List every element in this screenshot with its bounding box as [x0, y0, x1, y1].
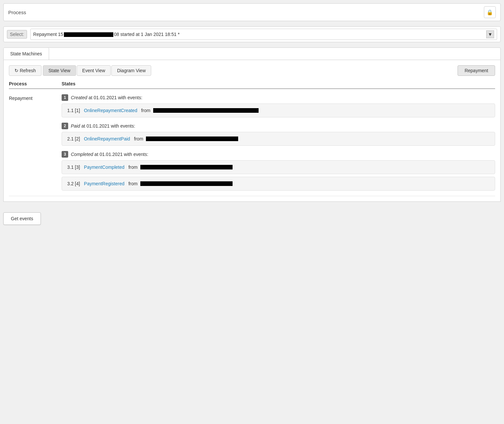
- event-from: from: [134, 136, 143, 141]
- state-heading: 3Completed at 01.01.2021 with events:: [62, 151, 495, 158]
- refresh-button[interactable]: ↻ Refresh: [9, 65, 42, 76]
- lock-button[interactable]: 🔒: [484, 6, 496, 18]
- select-dropdown[interactable]: Repayment 1508 started at 1 Jan 2021 18:…: [30, 29, 497, 40]
- diagram-view-button[interactable]: Diagram View: [111, 65, 151, 76]
- state-heading: 1Created at 01.01.2021 with events:: [62, 94, 495, 101]
- state-title: Created at 01.01.2021 with events:: [71, 95, 142, 100]
- event-link[interactable]: OnlineRepaymentPaid: [84, 136, 130, 141]
- select-row: Select: Repayment 1508 started at 1 Jan …: [3, 26, 501, 42]
- dropdown-arrow-icon[interactable]: ▼: [486, 30, 494, 38]
- event-link[interactable]: PaymentCompleted: [84, 165, 125, 170]
- event-number: 2.1 [2]: [67, 136, 80, 141]
- state-badge: 3: [62, 151, 68, 158]
- event-link[interactable]: OnlineRepaymentCreated: [84, 108, 137, 113]
- state-group: 1Created at 01.01.2021 with events:1.1 […: [62, 94, 495, 117]
- state-badge: 1: [62, 94, 68, 101]
- toolbar: ↻ Refresh State View Event View Diagram …: [9, 65, 495, 76]
- event-from: from: [141, 108, 151, 113]
- event-number: 3.1 [3]: [67, 165, 80, 170]
- process-name: Repayment: [9, 94, 62, 101]
- event-card: 3.1 [3] PaymentCompleted from: [62, 160, 495, 174]
- state-title: Paid at 01.01.2021 with events:: [71, 123, 135, 129]
- event-card: 2.1 [2] OnlineRepaymentPaid from: [62, 132, 495, 146]
- rows-container: Repayment1Created at 01.01.2021 with eve…: [9, 89, 495, 196]
- tabs-bar: State Machines: [3, 47, 501, 60]
- event-card: 1.1 [1] OnlineRepaymentCreated from: [62, 104, 495, 117]
- table-header: Process States: [9, 81, 495, 89]
- footer-area: Get events: [3, 207, 501, 225]
- state-title: Completed at 01.01.2021 with events:: [71, 152, 148, 157]
- state-view-button[interactable]: State View: [43, 65, 76, 76]
- state-group: 3Completed at 01.01.2021 with events:3.1…: [62, 151, 495, 191]
- select-text: Repayment 1508 started at 1 Jan 2021 18:…: [33, 32, 484, 37]
- redacted-source: [146, 136, 238, 141]
- redacted-source: [140, 181, 233, 186]
- select-label: Select:: [7, 30, 27, 39]
- event-link[interactable]: PaymentRegistered: [84, 181, 125, 186]
- state-badge: 2: [62, 123, 68, 129]
- event-from: from: [128, 165, 138, 170]
- event-card: 3.2 [4] PaymentRegistered from: [62, 177, 495, 191]
- get-events-button[interactable]: Get events: [3, 212, 41, 225]
- state-heading: 2Paid at 01.01.2021 with events:: [62, 123, 495, 129]
- event-from: from: [128, 181, 138, 186]
- process-row: Repayment1Created at 01.01.2021 with eve…: [9, 89, 495, 196]
- event-view-button[interactable]: Event View: [77, 65, 111, 76]
- redacted-value: [64, 32, 113, 37]
- lock-icon: 🔒: [487, 9, 493, 15]
- toolbar-left: ↻ Refresh State View Event View Diagram …: [9, 65, 152, 76]
- redacted-source: [153, 108, 259, 113]
- page-title: Process: [8, 10, 26, 15]
- col-states-header: States: [62, 81, 495, 86]
- event-number: 1.1 [1]: [67, 108, 80, 113]
- content-area: ↻ Refresh State View Event View Diagram …: [3, 60, 501, 202]
- state-group: 2Paid at 01.01.2021 with events:2.1 [2] …: [62, 123, 495, 146]
- col-process-header: Process: [9, 81, 62, 86]
- redacted-source: [140, 165, 233, 169]
- tab-state-machines[interactable]: State Machines: [4, 48, 49, 60]
- repayment-button[interactable]: Repayment: [458, 65, 495, 76]
- header-bar: Process 🔒: [3, 3, 501, 21]
- states-column: 1Created at 01.01.2021 with events:1.1 […: [62, 94, 495, 191]
- event-number: 3.2 [4]: [67, 181, 80, 186]
